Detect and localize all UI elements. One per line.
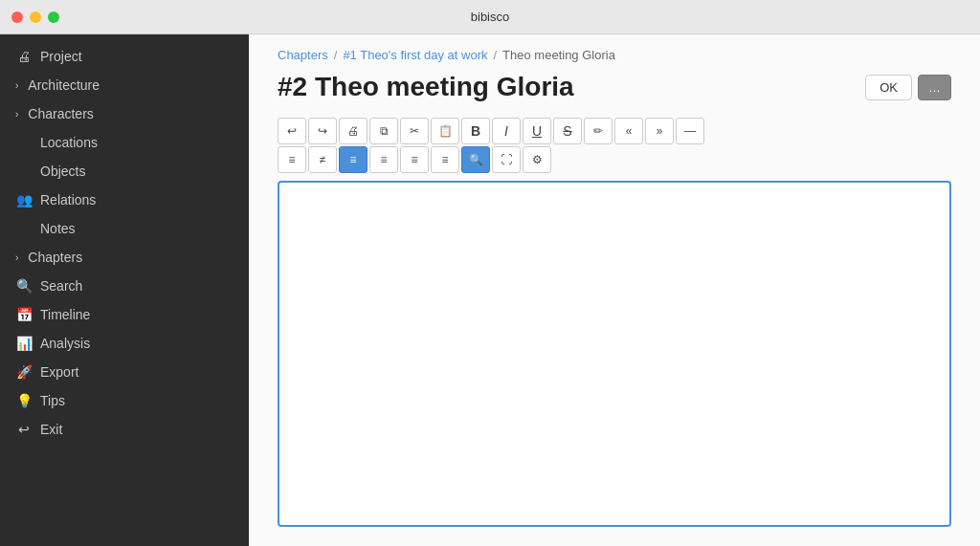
breadcrumb-sep-1: / [334, 48, 338, 62]
sidebar-item-architecture[interactable]: › Architecture [0, 71, 249, 99]
sidebar-item-tips[interactable]: 💡 Tips [0, 386, 249, 415]
undo-button[interactable]: ↩ [278, 118, 306, 144]
sidebar-item-label: Characters [28, 106, 93, 121]
sidebar-item-analysis[interactable]: 📊 Analysis [0, 329, 249, 358]
sidebar-item-exit[interactable]: ↩ Exit [0, 415, 249, 444]
copy-format-button[interactable]: ⧉ [369, 118, 398, 144]
italic-button[interactable]: I [492, 118, 521, 144]
sidebar-item-search[interactable]: 🔍 Search [0, 272, 249, 300]
sidebar-item-project[interactable]: 🖨 Project [0, 42, 249, 71]
justify-button[interactable]: ≡ [431, 146, 459, 173]
unordered-list-button[interactable]: ≠ [308, 146, 337, 173]
sidebar-item-label: Project [40, 49, 82, 64]
sidebar-item-label: Locations [40, 135, 98, 150]
toolbar-row-1: ↩ ↪ 🖨 ⧉ ✂ 📋 B I U S ✏ « » — [278, 118, 951, 144]
paste-button[interactable]: 📋 [431, 118, 459, 144]
traffic-lights [11, 11, 59, 23]
analysis-icon: 📊 [15, 336, 33, 351]
sidebar-item-relations[interactable]: 👥 Relations [0, 186, 249, 214]
exit-icon: ↩ [15, 422, 33, 437]
chevron-icon: › [15, 80, 18, 91]
content-area: Chapters / #1 Theo's first day at work /… [249, 34, 980, 546]
cut-button[interactable]: ✂ [400, 118, 429, 144]
project-icon: 🖨 [15, 49, 33, 64]
ok-button[interactable]: OK [865, 75, 912, 100]
align-center-button[interactable]: ≡ [369, 146, 398, 173]
breadcrumb-chapters[interactable]: Chapters [278, 48, 328, 62]
titlebar: bibisco [0, 0, 980, 34]
underline-button[interactable]: U [523, 118, 551, 144]
main-layout: 🖨 Project › Architecture › Characters Lo… [0, 34, 980, 546]
sidebar-item-label: Notes [40, 221, 76, 236]
breadcrumb-current: Theo meeting Gloria [502, 48, 615, 62]
sidebar-item-label: Chapters [28, 250, 82, 265]
sidebar-item-label: Timeline [40, 307, 90, 322]
ordered-list-button[interactable]: ≡ [278, 146, 306, 173]
doc-header: #2 Theo meeting Gloria OK … [278, 72, 951, 102]
close-button[interactable] [11, 11, 23, 23]
maximize-button[interactable] [48, 11, 59, 23]
sidebar-item-label: Architecture [28, 77, 100, 93]
print-button[interactable]: 🖨 [339, 118, 368, 144]
sidebar-item-export[interactable]: 🚀 Export [0, 358, 249, 386]
align-right-button[interactable]: ≡ [400, 146, 429, 173]
fullscreen-button[interactable]: ⛶ [492, 146, 521, 173]
dash-button[interactable]: — [676, 118, 704, 144]
quote-open-button[interactable]: « [614, 118, 643, 144]
search-replace-button[interactable]: 🔍 [461, 146, 490, 173]
page-title: #2 Theo meeting Gloria [278, 72, 574, 102]
export-icon: 🚀 [15, 364, 33, 380]
sidebar-item-objects[interactable]: Objects [0, 157, 249, 186]
app-title: bibisco [471, 10, 509, 24]
sidebar-item-label: Analysis [40, 336, 90, 351]
sidebar-item-chapters[interactable]: › Chapters [0, 243, 249, 272]
sidebar-item-notes[interactable]: Notes [0, 214, 249, 243]
sidebar-item-locations[interactable]: Locations [0, 128, 249, 157]
sidebar-item-label: Tips [40, 393, 65, 408]
settings-button[interactable]: ⚙ [523, 146, 551, 173]
sidebar-item-timeline[interactable]: 📅 Timeline [0, 300, 249, 329]
quote-close-button[interactable]: » [645, 118, 674, 144]
editor-body[interactable] [279, 183, 949, 525]
strikethrough-button[interactable]: S [553, 118, 582, 144]
sidebar-item-label: Relations [40, 192, 96, 207]
highlight-button[interactable]: ✏ [584, 118, 612, 144]
chevron-icon: › [15, 252, 18, 263]
sidebar-item-characters[interactable]: › Characters [0, 99, 249, 128]
bold-button[interactable]: B [461, 118, 490, 144]
sidebar-item-label: Search [40, 278, 82, 294]
timeline-icon: 📅 [15, 307, 33, 322]
breadcrumb: Chapters / #1 Theo's first day at work /… [249, 34, 980, 72]
editor-container [278, 181, 951, 527]
breadcrumb-chapter-title[interactable]: #1 Theo's first day at work [343, 48, 487, 62]
chevron-icon: › [15, 109, 18, 120]
sidebar-item-label: Objects [40, 164, 85, 179]
sidebar: 🖨 Project › Architecture › Characters Lo… [0, 34, 249, 546]
minimize-button[interactable] [30, 11, 41, 23]
doc-actions: OK … [865, 75, 951, 100]
sidebar-item-label: Exit [40, 422, 62, 437]
align-left-button[interactable]: ≡ [339, 146, 368, 173]
redo-button[interactable]: ↪ [308, 118, 337, 144]
relations-icon: 👥 [15, 192, 33, 207]
editor-toolbar: ↩ ↪ 🖨 ⧉ ✂ 📋 B I U S ✏ « » — ≡ [278, 118, 951, 173]
more-button[interactable]: … [918, 75, 951, 100]
breadcrumb-sep-2: / [493, 48, 497, 62]
tips-icon: 💡 [15, 393, 33, 408]
sidebar-item-label: Export [40, 364, 78, 380]
search-icon: 🔍 [15, 278, 33, 294]
toolbar-row-2: ≡ ≠ ≡ ≡ ≡ ≡ 🔍 ⛶ ⚙ [278, 146, 951, 173]
document-area: #2 Theo meeting Gloria OK … ↩ ↪ 🖨 ⧉ ✂ 📋 … [249, 72, 980, 546]
